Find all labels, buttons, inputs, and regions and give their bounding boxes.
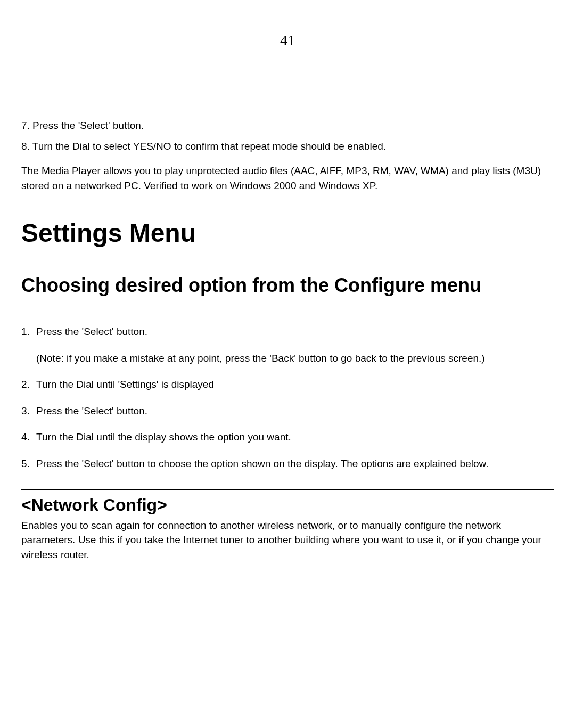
network-config-heading: <Network Config>: [21, 495, 554, 515]
configure-step-1: 1. Press the 'Select' button.: [21, 324, 554, 339]
step-number: 5.: [21, 456, 36, 471]
configure-step-4: 4. Turn the Dial until the display shows…: [21, 430, 554, 445]
step-text: Press the 'Select' button to choose the …: [36, 456, 554, 471]
step-number: 3.: [21, 404, 36, 419]
step-number: 1.: [21, 324, 36, 339]
divider-1: [21, 268, 554, 268]
configure-step-5: 5. Press the 'Select' button to choose t…: [21, 456, 554, 471]
step-number: 2.: [21, 377, 36, 392]
step-text: Turn the Dial until 'Settings' is displa…: [36, 377, 554, 392]
step-text: Turn the Dial until the display shows th…: [36, 430, 554, 445]
step-number: 4.: [21, 430, 36, 445]
step-7: 7. Press the 'Select' button.: [21, 118, 554, 134]
network-config-body: Enables you to scan again for connection…: [21, 518, 554, 562]
step-text: Press the 'Select' button.: [36, 324, 554, 339]
media-player-paragraph: The Media Player allows you to play unpr…: [21, 163, 554, 193]
configure-step-1-note: (Note: if you make a mistake at any poin…: [36, 351, 554, 366]
configure-menu-heading: Choosing desired option from the Configu…: [21, 274, 554, 297]
step-text: Press the 'Select' button.: [36, 404, 554, 419]
previous-steps-continuation: 7. Press the 'Select' button. 8. Turn th…: [21, 118, 554, 154]
configure-step-2: 2. Turn the Dial until 'Settings' is dis…: [21, 377, 554, 392]
configure-steps-list: 1. Press the 'Select' button. (Note: if …: [21, 324, 554, 471]
page-number: 41: [21, 32, 554, 49]
step-8: 8. Turn the Dial to select YES/NO to con…: [21, 139, 554, 154]
settings-menu-heading: Settings Menu: [21, 218, 554, 248]
divider-2: [21, 489, 554, 490]
configure-step-3: 3. Press the 'Select' button.: [21, 404, 554, 419]
